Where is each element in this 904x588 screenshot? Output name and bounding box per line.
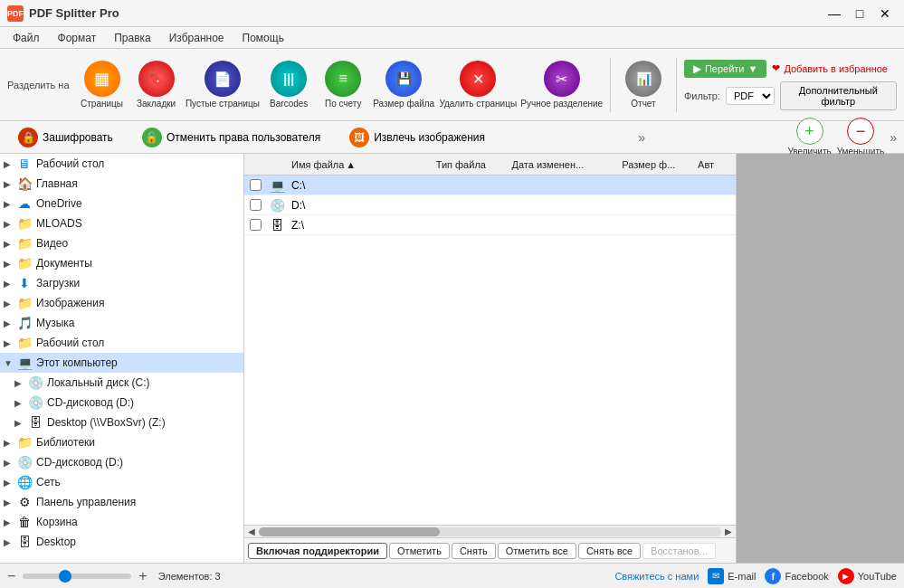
deselect-all-button[interactable]: Снять все: [578, 543, 641, 559]
localc-icon: 💿: [27, 375, 43, 391]
home-icon: 🏠: [16, 175, 33, 192]
table-row[interactable]: 💿 D:\: [244, 195, 736, 215]
split-blank-button[interactable]: 📄 Пустые страницы: [186, 59, 261, 110]
scrollbar-thumb[interactable]: [259, 527, 440, 536]
zoom-in-button[interactable]: +: [796, 118, 823, 145]
header-size[interactable]: Размер ф...: [618, 159, 694, 170]
menu-favorites[interactable]: Избранное: [160, 30, 233, 46]
scroll-right-icon[interactable]: ▶: [723, 526, 734, 536]
sidebar-item-computer[interactable]: ▼ 💻 Этот компьютер: [0, 353, 243, 373]
sidebar-item-network[interactable]: ▶ 🌐 Сеть: [0, 472, 243, 492]
menu-edit[interactable]: Правка: [105, 30, 160, 46]
rights-button[interactable]: 🔓 Отменить права пользователя: [131, 125, 331, 150]
desktopz-icon: 🗄: [27, 414, 43, 431]
menu-help[interactable]: Помощь: [233, 30, 293, 46]
cdd2-icon: 💿: [16, 454, 33, 470]
sidebar-item-docs[interactable]: ▶ 📁 Документы: [0, 253, 243, 273]
facebook-link[interactable]: f Facebook: [765, 568, 828, 584]
sidebar-item-desktop[interactable]: ▶ 🖥 Рабочий стол: [0, 154, 243, 174]
sidebar-item-cdD[interactable]: ▶ 💿 CD-дисковод (D:): [0, 393, 243, 413]
barcodes-icon: |||: [271, 61, 307, 97]
fav-label: Добавить в избранное: [784, 63, 888, 74]
manual-split-button[interactable]: ✂ Ручное разделение: [520, 59, 603, 110]
preview-expand-icon[interactable]: »: [890, 130, 897, 145]
toolbar2-expand-icon[interactable]: »: [638, 130, 645, 145]
pages-label: Страницы: [81, 99, 123, 109]
include-subdirs-button[interactable]: Включая поддиректории: [248, 543, 387, 559]
split-bookmarks-button[interactable]: 🔖 Закладки: [131, 59, 182, 110]
sidebar-item-music[interactable]: ▶ 🎵 Музыка: [0, 313, 243, 333]
zoom-slider[interactable]: [23, 574, 131, 579]
sidebar-item-home[interactable]: ▶ 🏠 Главная: [0, 174, 243, 194]
goto-button[interactable]: ▶ Перейти ▼: [684, 60, 766, 78]
add-favorites-button[interactable]: ❤ Добавить в избранное: [772, 62, 888, 74]
zoom-thumb[interactable]: [59, 570, 71, 583]
header-type[interactable]: Тип файла: [433, 159, 509, 170]
network-icon: 🌐: [16, 474, 33, 490]
sidebar-item-libraries[interactable]: ▶ 📁 Библиотеки: [0, 432, 243, 452]
table-row[interactable]: 💻 C:\: [244, 175, 736, 195]
toolbar-right: ▶ Перейти ▼ ❤ Добавить в избранное Фильт…: [684, 60, 897, 110]
sidebar-item-mloads[interactable]: ▶ 📁 MLOADS: [0, 213, 243, 233]
sidebar-label: Рабочий стол: [36, 157, 104, 170]
encrypt-button[interactable]: 🔒 Зашифровать: [7, 125, 124, 150]
deselect-button[interactable]: Снять: [452, 543, 496, 559]
zoom-out-button[interactable]: −: [847, 118, 874, 145]
docs-icon: 📁: [16, 255, 33, 271]
filter-select[interactable]: PDF: [726, 87, 775, 105]
split-count-button[interactable]: ≡ По счету: [318, 59, 368, 110]
goto-icon: ▶: [693, 62, 701, 75]
menu-file[interactable]: Файл: [4, 30, 49, 46]
row-checkbox[interactable]: [244, 179, 266, 191]
contact-link[interactable]: Свяжитесь с нами: [614, 571, 699, 582]
sidebar-item-desktopZ[interactable]: ▶ 🗄 Desktop (\\VBoxSvr) (Z:): [0, 413, 243, 432]
arrow-icon: ▶: [14, 378, 27, 388]
select-button[interactable]: Отметить: [389, 543, 450, 559]
close-button[interactable]: ✕: [873, 4, 897, 24]
arrow-icon: ▶: [14, 398, 27, 408]
zoom-minus-icon[interactable]: −: [7, 568, 15, 584]
sidebar-label: MLOADS: [36, 217, 82, 230]
youtube-link[interactable]: ▶ YouTube: [838, 568, 897, 584]
menu-format[interactable]: Формат: [49, 30, 106, 46]
count-icon: ≡: [325, 61, 361, 97]
sidebar-label: Корзина: [36, 516, 78, 528]
row-icon: 💿: [266, 198, 288, 213]
select-all-button[interactable]: Отметить все: [498, 543, 576, 559]
row-name: C:\: [288, 179, 433, 192]
arrow-icon: ▶: [4, 239, 16, 249]
header-name[interactable]: Имя файла ▲: [288, 159, 433, 170]
mloads-icon: 📁: [16, 215, 33, 232]
sidebar-item-video[interactable]: ▶ 📁 Видео: [0, 233, 243, 253]
row-checkbox[interactable]: [244, 199, 266, 211]
row-checkbox[interactable]: [244, 219, 266, 231]
split-barcodes-button[interactable]: ||| Barcodes: [263, 59, 314, 110]
email-link[interactable]: ✉ E-mail: [708, 568, 756, 584]
menu-bar: Файл Формат Правка Избранное Помощь: [0, 27, 904, 49]
extra-filter-button[interactable]: Дополнительный фильтр: [780, 81, 897, 110]
maximize-button[interactable]: □: [848, 4, 871, 24]
sidebar-label: Документы: [36, 257, 92, 270]
filter-label: Фильтр:: [684, 90, 720, 101]
table-row[interactable]: 🗄 Z:\: [244, 215, 736, 235]
sidebar-item-images[interactable]: ▶ 📁 Изображения: [0, 293, 243, 313]
header-date[interactable]: Дата изменен...: [509, 159, 619, 170]
sidebar-item-desktop2[interactable]: ▶ 🗄 Desktop: [0, 532, 243, 552]
report-button[interactable]: 📊 Отчет: [618, 59, 669, 110]
file-panel: Имя файла ▲ Тип файла Дата изменен... Ра…: [244, 154, 737, 563]
minimize-button[interactable]: —: [823, 4, 846, 24]
sidebar-item-cdD2[interactable]: ▶ 💿 CD-дисковод (D:): [0, 452, 243, 472]
split-filesize-button[interactable]: 💾 Размер файла: [372, 59, 435, 110]
sidebar-item-control[interactable]: ▶ ⚙ Панель управления: [0, 492, 243, 512]
sidebar-item-localC[interactable]: ▶ 💿 Локальный диск (C:): [0, 373, 243, 393]
sidebar-item-downloads[interactable]: ▶ ⬇ Загрузки: [0, 273, 243, 293]
zoom-plus-icon[interactable]: +: [138, 568, 147, 584]
scroll-left-icon[interactable]: ◀: [246, 526, 257, 536]
sidebar-item-onedrive[interactable]: ▶ ☁ OneDrive: [0, 194, 243, 213]
delete-pages-button[interactable]: ✕ Удалить страницы: [439, 59, 517, 110]
sidebar-item-deskwork[interactable]: ▶ 📁 Рабочий стол: [0, 333, 243, 353]
sidebar-item-recycle[interactable]: ▶ 🗑 Корзина: [0, 512, 243, 532]
split-pages-button[interactable]: ▦ Страницы: [77, 59, 128, 110]
header-auto[interactable]: Авт: [694, 159, 736, 170]
extract-button[interactable]: 🖼 Извлечь изображения: [338, 125, 496, 150]
